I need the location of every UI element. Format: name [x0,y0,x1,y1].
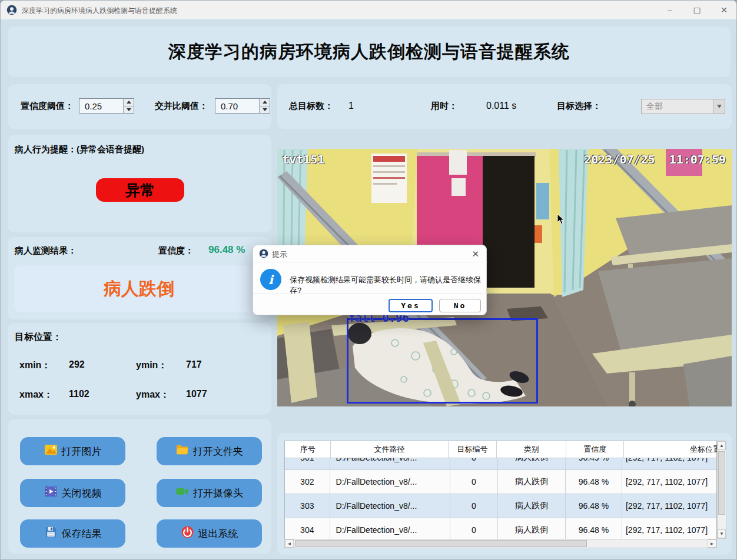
confidence-spin-down[interactable] [124,106,134,114]
cell-coords: [292, 717, 1102, 1077] [622,518,716,542]
cell-coords: [292, 717, 1102, 1077] [622,470,716,494]
col-header-target-id[interactable]: 目标编号 [449,441,497,458]
confidence-spin-up[interactable] [124,99,134,106]
close-video-button[interactable]: 关闭视频 [20,479,125,507]
table-row[interactable]: 302 D:/FallDetection_v8/... 0 病人跌倒 96.48… [285,470,716,494]
timestamp-overlay: 2023/07/25 11:07:59 [584,152,726,166]
save-icon [44,525,58,542]
col-header-coords[interactable]: 坐标位置 [624,441,721,458]
actions-panel: 打开图片 打开文件夹 关闭视频 打开摄像头 保存结果 退出系统 [8,419,271,554]
confidence-threshold-spinbox[interactable]: 0.25 [79,98,134,114]
folder-icon [175,443,189,459]
col-header-index[interactable]: 序号 [285,441,331,458]
table-row[interactable]: 301 D:/FallDetection_v8/... 0 病人跌倒 96.49… [285,458,716,469]
confirm-dialog: 提示 ✕ i 保存视频检测结果可能需要较长时间，请确认是否继续保存? Yes N… [253,245,487,315]
cell-category: 病人跌倒 [498,494,566,518]
cell-filepath: D:/FallDetection_v8/... [330,494,451,518]
col-header-confidence[interactable]: 置信度 [566,441,624,458]
title-bar: 深度学习的病房环境病人跌倒检测与语音提醒系统 – ▢ ✕ [1,1,737,19]
save-result-button[interactable]: 保存结果 [20,519,125,548]
vertical-scroll-thumb[interactable] [718,451,725,515]
dialog-app-icon [259,249,268,258]
dialog-title: 提示 [272,249,287,260]
app-window: 深度学习的病房环境病人跌倒检测与语音提醒系统 – ▢ ✕ 深度学习的病房环境病人… [0,0,737,560]
cell-category: 病人跌倒 [498,470,566,494]
open-camera-label: 打开摄像头 [193,486,243,500]
scroll-right-icon[interactable]: ► [708,539,716,548]
chevron-down-icon[interactable] [713,99,725,114]
dialog-close-icon[interactable]: ✕ [472,249,479,259]
film-icon [44,485,58,501]
cell-confidence: 96.49 % [566,458,622,469]
header-panel: 深度学习的病房环境病人跌倒检测与语音提醒系统 [8,26,731,77]
elapsed-time-label: 用时： [431,101,457,112]
table-row-clipped: 301 D:/FallDetection_v8/... 0 病人跌倒 96.49… [285,458,716,470]
cell-filepath: D:/FallDetection_v8/... [330,518,451,542]
results-table: 序号 文件路径 目标编号 类别 置信度 坐标位置 301 D:/FallDete… [284,441,717,542]
table-row[interactable]: 304 D:/FallDetection_v8/... 0 病人跌倒 96.48… [285,518,716,542]
xmax-label: xmax： [19,389,53,401]
open-folder-button[interactable]: 打开文件夹 [157,437,262,465]
yes-button[interactable]: Yes [389,299,433,312]
detection-result-text: 病人跌倒 [14,266,264,312]
minimize-button[interactable]: – [656,1,683,19]
col-header-filepath[interactable]: 文件路径 [331,441,448,458]
cell-coords: [292, 717, 1102, 1077] [622,494,716,518]
no-button[interactable]: No [439,299,481,312]
window-title: 深度学习的病房环境病人跌倒检测与语音提醒系统 [22,6,177,16]
scroll-down-icon[interactable]: ▼ [718,529,726,538]
iou-spin-up[interactable] [260,99,270,106]
stats-panel: 总目标数： 1 用时： 0.011 s 目标选择： 全部 [277,84,732,129]
col-header-category[interactable]: 类别 [497,441,566,458]
cell-index: 302 [285,470,330,494]
scroll-left-icon[interactable]: ◄ [285,539,294,548]
open-folder-label: 打开文件夹 [193,445,243,458]
ymax-label: ymax： [136,389,170,401]
vertical-scrollbar[interactable]: ▲ ▼ [717,441,726,539]
total-targets-value: 1 [348,101,354,111]
confidence-threshold-label: 置信度阈值： [21,101,74,112]
monitor-result-label: 病人监测结果： [15,245,77,256]
cell-confidence: 96.48 % [566,470,622,494]
behavior-alert-panel: 病人行为提醒：(异常会语音提醒) 异常 [8,135,271,232]
iou-threshold-spinbox[interactable]: 0.70 [215,98,270,114]
table-row[interactable]: 303 D:/FallDetection_v8/... 0 病人跌倒 96.48… [285,494,716,518]
confidence-threshold-value[interactable]: 0.25 [79,101,123,111]
iou-spin-down[interactable] [260,106,270,114]
exit-system-label: 退出系统 [198,527,238,541]
save-result-label: 保存结果 [62,527,102,541]
monitor-result-panel: 病人监测结果： 置信度： 96.48 % 病人跌倒 [8,237,271,319]
scroll-up-icon[interactable]: ▲ [718,441,726,450]
camera-icon [175,485,189,501]
power-icon [181,525,194,542]
cell-target-id: 0 [450,458,497,469]
confidence-value: 96.48 % [208,244,245,256]
open-image-button[interactable]: 打开图片 [20,437,125,465]
table-header-row: 序号 文件路径 目标编号 类别 置信度 坐标位置 [285,441,716,458]
mouse-cursor [557,214,565,228]
maximize-button[interactable]: ▢ [683,1,711,19]
cell-coords: [292, 717, 1102, 1077] [622,458,716,469]
xmin-label: xmin： [19,359,51,372]
horizontal-scroll-thumb[interactable] [295,540,587,547]
confidence-label: 置信度： [158,245,194,256]
detection-bbox [347,318,538,404]
close-video-label: 关闭视频 [62,486,102,500]
behavior-alert-label: 病人行为提醒：(异常会语音提醒) [15,144,144,155]
open-camera-button[interactable]: 打开摄像头 [157,479,262,507]
xmin-value: 292 [69,359,85,370]
cell-filepath: D:/FallDetection_v8/... [330,458,451,469]
iou-threshold-label: 交并比阈值： [155,101,208,112]
cell-confidence: 96.48 % [566,494,622,518]
target-position-panel: 目标位置： xmin： 292 ymin： 717 xmax： 1102 yma… [8,323,271,415]
app-logo-icon [6,5,17,15]
exit-system-button[interactable]: 退出系统 [157,519,262,548]
close-button[interactable]: ✕ [711,1,737,19]
cell-target-id: 0 [450,494,497,518]
target-select-dropdown[interactable]: 全部 [641,99,725,114]
page-title: 深度学习的病房环境病人跌倒检测与语音提醒系统 [8,40,731,64]
horizontal-scrollbar[interactable]: ◄ ► [284,539,717,548]
target-position-label: 目标位置： [15,331,62,344]
image-icon [44,443,58,459]
iou-threshold-value[interactable]: 0.70 [215,101,259,111]
